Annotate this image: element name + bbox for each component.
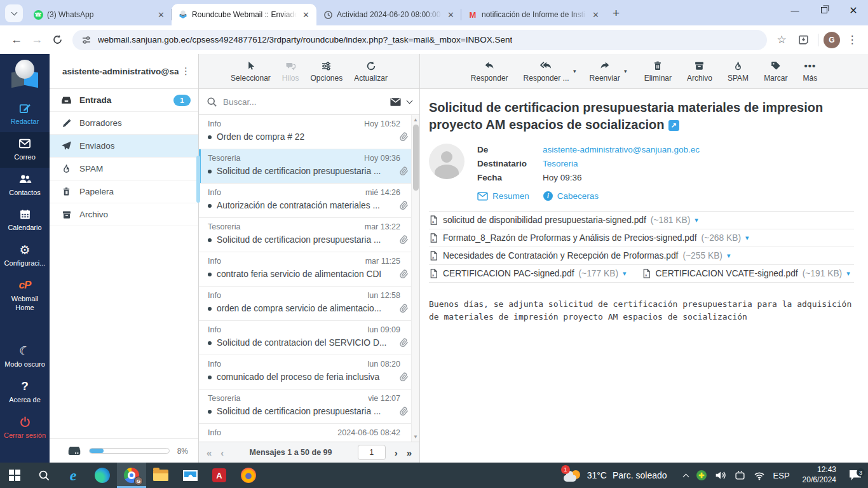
close-icon[interactable]: ✕ bbox=[445, 10, 456, 20]
delete-button[interactable]: Eliminar bbox=[642, 60, 674, 83]
reply-all-caret-icon[interactable]: ▾ bbox=[573, 68, 576, 74]
attachment-menu-caret-icon[interactable]: ▾ bbox=[745, 234, 749, 242]
tab-whatsapp[interactable]: ☎ (3) WhatsApp ✕ bbox=[27, 4, 172, 25]
folder-menu-icon[interactable]: ⋮ bbox=[179, 65, 193, 77]
nav-dark-mode[interactable]: ☾ Modo oscuro bbox=[0, 339, 50, 375]
nav-mail[interactable]: Correo bbox=[0, 132, 50, 168]
close-icon[interactable]: ✕ bbox=[301, 10, 311, 20]
last-page-button[interactable]: » bbox=[407, 447, 412, 458]
list-item[interactable]: Infolun 09:09 Solicitud de contratacion … bbox=[199, 321, 419, 355]
list-item[interactable]: Infolun 12:58 orden de compra servicio d… bbox=[199, 287, 419, 321]
attachment[interactable]: a Formato_8_Razón de Proformas y Análisi… bbox=[429, 233, 749, 243]
folder-trash[interactable]: Papelera bbox=[50, 180, 198, 203]
nav-about[interactable]: ? Acerca de bbox=[0, 375, 50, 410]
tab-actividad[interactable]: Actividad 2024-06-20 08:00:00 ✕ bbox=[316, 4, 461, 25]
folder-spam[interactable]: SPAM bbox=[50, 158, 198, 180]
list-scrollbar[interactable]: ▲ ▼ bbox=[411, 115, 419, 442]
mark-button[interactable]: Marcar bbox=[761, 60, 790, 83]
taskbar-ie[interactable]: e bbox=[58, 463, 88, 488]
start-button[interactable] bbox=[0, 463, 29, 488]
taskbar-explorer[interactable] bbox=[146, 463, 175, 488]
options-button[interactable]: Opciones bbox=[308, 60, 345, 83]
address-bar[interactable]: webmail.sanjuan.gob.ec/cpsess4924877612/… bbox=[72, 30, 767, 50]
next-page-button[interactable]: › bbox=[395, 447, 398, 458]
search-input[interactable] bbox=[223, 97, 384, 107]
close-icon[interactable]: ✕ bbox=[590, 10, 601, 20]
list-item[interactable]: Infomié 14:26 Autorización de contrataci… bbox=[199, 184, 419, 218]
page-number-input[interactable] bbox=[358, 445, 386, 460]
search-options-chevron-icon[interactable] bbox=[407, 97, 413, 104]
attachment-menu-caret-icon[interactable]: ▾ bbox=[695, 216, 698, 224]
attachment-menu-caret-icon[interactable]: ▾ bbox=[846, 269, 850, 278]
forward-caret-icon[interactable]: ▾ bbox=[624, 68, 627, 74]
list-item[interactable]: Info2024-06-05 08:42 bbox=[199, 424, 419, 442]
list-item[interactable]: InfoHoy 10:52 Orden de compra # 22 bbox=[199, 115, 419, 149]
nav-logout[interactable]: Cerrar sesión bbox=[0, 410, 50, 446]
nav-calendar[interactable]: Calendario bbox=[0, 203, 50, 238]
side-panel-icon[interactable] bbox=[794, 30, 813, 50]
language-indicator[interactable]: ESP bbox=[773, 471, 790, 480]
wifi-icon[interactable] bbox=[754, 471, 765, 480]
site-settings-icon[interactable] bbox=[81, 35, 92, 45]
list-item[interactable]: Infomar 11:25 contrato feria servicio de… bbox=[199, 252, 419, 287]
prev-page-button[interactable]: ‹ bbox=[220, 447, 224, 458]
volume-icon[interactable] bbox=[715, 470, 726, 480]
reload-button[interactable] bbox=[47, 30, 67, 50]
profile-avatar[interactable]: G bbox=[824, 32, 840, 48]
nav-settings[interactable]: ⚙ Configuraci... bbox=[0, 238, 50, 274]
back-button[interactable]: ← bbox=[6, 30, 27, 50]
tablet-mode-icon[interactable] bbox=[735, 470, 745, 480]
select-button[interactable]: Seleccionar bbox=[228, 60, 273, 83]
scroll-up-icon[interactable]: ▲ bbox=[413, 115, 418, 125]
nav-compose[interactable]: Redactar bbox=[0, 97, 50, 132]
summary-link[interactable]: Resumen bbox=[477, 191, 529, 201]
refresh-button[interactable]: Actualizar bbox=[351, 60, 390, 83]
more-button[interactable]: ••• Más bbox=[800, 60, 820, 83]
external-link-icon[interactable]: ↗ bbox=[668, 120, 679, 131]
list-item[interactable]: Tesoreriamar 13:22 Solicitud de certific… bbox=[199, 218, 419, 252]
taskbar-firefox[interactable] bbox=[234, 463, 263, 488]
taskbar-clock[interactable]: 12:43 20/6/2024 bbox=[796, 465, 843, 485]
tab-gmail[interactable]: M notificación de Informe de Insti ✕ bbox=[461, 4, 606, 25]
forward-button[interactable]: → bbox=[27, 30, 47, 50]
taskbar-mail[interactable] bbox=[175, 463, 205, 488]
close-window-button[interactable]: ✕ bbox=[839, 0, 868, 20]
attachment[interactable]: a Necesidades de Contratación y Recepció… bbox=[429, 250, 730, 261]
from-address-link[interactable]: asistente-administrativo@sanjuan.gob.ec bbox=[543, 145, 700, 154]
scrollbar-thumb[interactable] bbox=[413, 125, 419, 191]
attachment-menu-caret-icon[interactable]: ▾ bbox=[623, 269, 627, 278]
taskbar-chrome[interactable]: G bbox=[117, 463, 146, 488]
forward-button[interactable]: Reenviar ▾ bbox=[587, 60, 623, 83]
headers-link[interactable]: i Cabeceras bbox=[543, 191, 599, 201]
folder-sent[interactable]: Enviados bbox=[50, 135, 198, 158]
taskbar-edge[interactable] bbox=[88, 463, 117, 488]
nav-webmail-home[interactable]: cP Webmail Home bbox=[0, 274, 50, 318]
taskbar-acrobat[interactable]: A bbox=[205, 463, 234, 488]
attachment[interactable]: a CERTIFICACION VCATE-signed.pdf (~191 K… bbox=[642, 268, 850, 279]
first-page-button[interactable]: « bbox=[207, 447, 212, 458]
folder-drafts[interactable]: Borradores bbox=[50, 112, 198, 135]
tray-expand-icon[interactable] bbox=[682, 473, 689, 480]
scroll-down-icon[interactable]: ▼ bbox=[413, 432, 418, 442]
tab-search-button[interactable] bbox=[5, 4, 23, 22]
list-item[interactable]: Tesoreriavie 12:07 Solicitud de certific… bbox=[199, 390, 419, 424]
attachment[interactable]: a solicitud de disponibilidad presupuest… bbox=[429, 215, 698, 226]
attachment-menu-caret-icon[interactable]: ▾ bbox=[727, 252, 731, 260]
antivirus-icon[interactable]: ✚ bbox=[696, 470, 707, 480]
list-item[interactable]: Infolun 08:20 comunicado del proceso de … bbox=[199, 355, 419, 390]
threads-button[interactable]: Hilos bbox=[280, 60, 302, 83]
taskbar-search-button[interactable] bbox=[29, 463, 58, 488]
close-icon[interactable]: ✕ bbox=[156, 10, 166, 20]
folder-archive[interactable]: Archivo bbox=[50, 203, 198, 226]
bookmark-star-icon[interactable]: ☆ bbox=[772, 30, 791, 50]
notification-center-button[interactable]: 3 bbox=[843, 470, 868, 480]
search-scope-mail-icon[interactable] bbox=[390, 97, 402, 107]
restore-button[interactable] bbox=[810, 0, 839, 20]
nav-contacts[interactable]: Contactos bbox=[0, 168, 50, 203]
to-address-link[interactable]: Tesoreria bbox=[543, 159, 578, 168]
tab-roundcube[interactable]: Roundcube Webmail :: Enviados ✕ bbox=[172, 4, 316, 25]
spam-button[interactable]: SPAM bbox=[725, 60, 751, 83]
archive-button[interactable]: Archivo bbox=[684, 60, 715, 83]
folder-inbox[interactable]: Entrada 1 bbox=[50, 89, 198, 112]
browser-menu-icon[interactable]: ⋮ bbox=[843, 30, 862, 50]
